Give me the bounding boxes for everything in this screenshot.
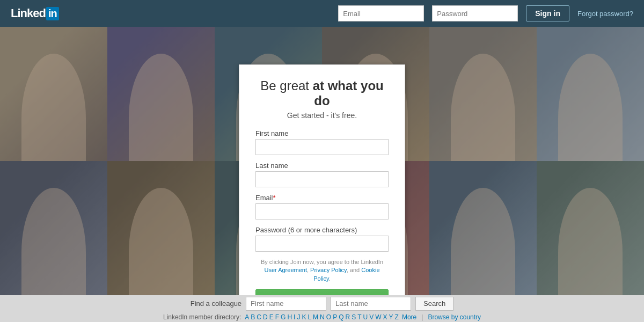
- dir-letter-d[interactable]: D: [263, 313, 268, 321]
- dir-letter-n[interactable]: N: [320, 313, 325, 321]
- dir-letter-t[interactable]: T: [357, 313, 361, 321]
- dir-letter-l[interactable]: L: [308, 313, 311, 321]
- dir-letter-v[interactable]: V: [369, 313, 374, 321]
- find-colleague-row: Find a colleague Search: [191, 297, 454, 311]
- header-email-input[interactable]: [338, 5, 424, 21]
- last-name-group: Last name: [255, 162, 389, 187]
- footer: Find a colleague Search LinkedIn member …: [0, 295, 644, 322]
- first-name-label: First name: [255, 129, 389, 137]
- dir-letter-x[interactable]: X: [383, 313, 387, 321]
- dir-letter-m[interactable]: M: [313, 313, 318, 321]
- bg-photo-11: [429, 161, 537, 295]
- dir-letter-h[interactable]: H: [287, 313, 292, 321]
- password-input[interactable]: [255, 236, 389, 252]
- find-colleague-label: Find a colleague: [191, 299, 241, 308]
- join-now-button[interactable]: Join now: [255, 289, 389, 295]
- dir-letter-o[interactable]: O: [326, 313, 331, 321]
- bg-photo-5: [429, 27, 537, 161]
- first-name-group: First name: [255, 129, 389, 155]
- email-group: Email*: [255, 194, 389, 219]
- dir-letter-s[interactable]: S: [352, 313, 356, 321]
- bg-photo-8: [107, 161, 215, 295]
- bg-photo-1: [0, 27, 107, 161]
- bg-photo-7: [0, 161, 107, 295]
- dir-letter-q[interactable]: Q: [339, 313, 343, 321]
- background-photos: Be great at what you do Get started - it…: [0, 27, 644, 295]
- sign-in-button[interactable]: Sign in: [526, 5, 569, 21]
- email-input[interactable]: [255, 203, 389, 219]
- dir-letter-p[interactable]: P: [333, 313, 337, 321]
- dir-letter-b[interactable]: B: [251, 313, 255, 321]
- first-name-search-input[interactable]: [246, 297, 326, 311]
- directory-label: LinkedIn member directory:: [163, 313, 241, 321]
- first-name-input[interactable]: [255, 139, 389, 155]
- dir-letter-g[interactable]: G: [281, 313, 286, 321]
- bg-photo-6: [537, 27, 644, 161]
- logo-in: in: [46, 7, 59, 20]
- last-name-label: Last name: [255, 162, 389, 170]
- dir-letter-c[interactable]: C: [257, 313, 261, 321]
- modal-title: Be great at what you do: [255, 78, 389, 108]
- dir-letter-f[interactable]: F: [275, 313, 279, 321]
- forgot-password-link[interactable]: Forgot password?: [577, 10, 633, 18]
- password-group: Password (6 or more characters): [255, 226, 389, 252]
- more-link[interactable]: More: [402, 313, 416, 321]
- dir-letter-i[interactable]: I: [294, 313, 295, 321]
- password-label: Password (6 or more characters): [255, 226, 389, 234]
- signup-modal: Be great at what you do Get started - it…: [239, 64, 405, 295]
- email-label: Email*: [255, 194, 389, 202]
- dir-letter-a[interactable]: A: [245, 313, 249, 321]
- dir-letter-r[interactable]: R: [345, 313, 350, 321]
- last-name-search-input[interactable]: [331, 297, 411, 311]
- logo: Linkedin: [11, 6, 59, 20]
- browse-by-country-link[interactable]: Browse by country: [428, 313, 481, 321]
- modal-title-bold: at what you do: [313, 78, 384, 108]
- tos-text: By clicking Join now, you agree to the L…: [255, 258, 389, 283]
- dir-letter-y[interactable]: Y: [389, 313, 393, 321]
- modal-subtitle: Get started - it's free.: [255, 111, 389, 120]
- last-name-input[interactable]: [255, 171, 389, 187]
- required-star: *: [273, 194, 276, 202]
- dir-letter-w[interactable]: W: [375, 313, 381, 321]
- header: Linkedin Sign in Forgot password?: [0, 0, 644, 27]
- header-password-input[interactable]: [432, 5, 518, 21]
- dir-letter-j[interactable]: J: [297, 313, 300, 321]
- directory-separator: |: [421, 313, 423, 321]
- privacy-policy-link[interactable]: Privacy Policy: [310, 267, 347, 273]
- dir-letter-e[interactable]: E: [269, 313, 274, 321]
- bg-photo-12: [537, 161, 644, 295]
- logo-text: Linked: [11, 6, 46, 20]
- dir-letter-u[interactable]: U: [363, 313, 368, 321]
- directory-row: LinkedIn member directory: A B C D E F G…: [163, 313, 481, 321]
- user-agreement-link[interactable]: User Agreement: [264, 267, 306, 273]
- dir-letter-z[interactable]: Z: [395, 313, 399, 321]
- modal-title-part1: Be great: [260, 78, 312, 93]
- bg-photo-2: [107, 27, 215, 161]
- search-button[interactable]: Search: [415, 297, 453, 311]
- dir-letter-k[interactable]: K: [302, 313, 306, 321]
